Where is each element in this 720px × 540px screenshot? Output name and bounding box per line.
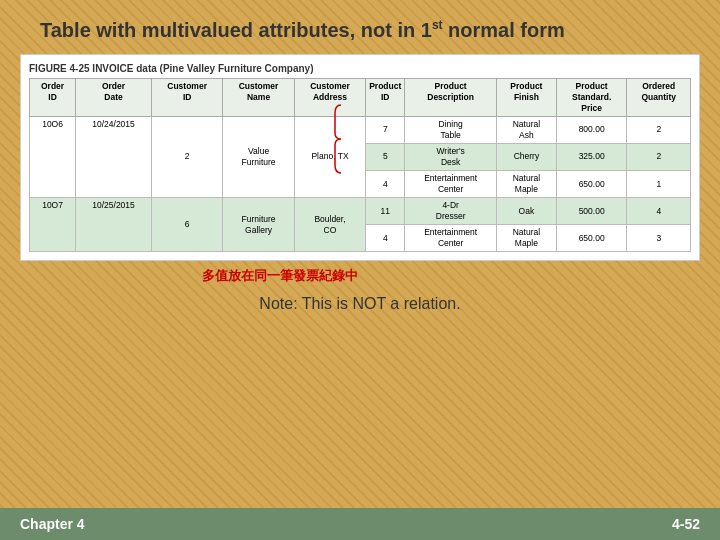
slide-container: Table with multivalued attributes, not i…	[0, 0, 720, 540]
footer-bar: Chapter 4 4-52	[0, 508, 720, 540]
title-text: Table with multivalued attributes, not i…	[40, 19, 432, 41]
cell-qty: 3	[627, 225, 691, 252]
col-customer-name: CustomerName	[223, 78, 294, 116]
table-row: 10O6 10/24/2015 2 ValueFurniture Plano, …	[30, 116, 691, 143]
cell-product-desc: Writer'sDesk	[405, 143, 497, 170]
cell-std-price: 650.00	[556, 170, 627, 197]
figure-label: FIGURE 4-25 INVOICE data (Pine Valley Fu…	[29, 63, 691, 74]
title-area: Table with multivalued attributes, not i…	[0, 0, 720, 52]
slide-title: Table with multivalued attributes, not i…	[40, 19, 565, 41]
cell-product-id: 4	[366, 170, 405, 197]
cell-qty: 4	[627, 198, 691, 225]
cell-qty: 2	[627, 116, 691, 143]
brace-svg	[333, 103, 351, 175]
cell-qty: 2	[627, 143, 691, 170]
cell-product-desc: EntertainmentCenter	[405, 225, 497, 252]
cell-order-id: 10O6	[30, 116, 76, 197]
annotation-text: 多值放在同一筆發票紀錄中	[202, 267, 358, 285]
footer-chapter: Chapter 4	[20, 516, 85, 532]
col-product-desc: ProductDescription	[405, 78, 497, 116]
cell-order-id: 10O7	[30, 198, 76, 252]
cell-std-price: 500.00	[556, 198, 627, 225]
title-suffix: normal form	[443, 19, 565, 41]
note-text: Note: This is NOT a relation.	[259, 295, 460, 313]
cell-product-desc: DiningTable	[405, 116, 497, 143]
cell-product-finish: NaturalMaple	[496, 225, 556, 252]
col-product-finish: ProductFinish	[496, 78, 556, 116]
table-row: 10O7 10/25/2015 6 FurnitureGallery Bould…	[30, 198, 691, 225]
cell-customer-addr: Plano, TX	[294, 116, 365, 197]
cell-product-finish: Cherry	[496, 143, 556, 170]
col-customer-id: CustomerID	[151, 78, 222, 116]
cell-product-finish: NaturalMaple	[496, 170, 556, 197]
cell-order-date: 10/25/2015	[76, 198, 152, 252]
cell-std-price: 650.00	[556, 225, 627, 252]
invoice-table-wrapper: FIGURE 4-25 INVOICE data (Pine Valley Fu…	[20, 54, 700, 262]
invoice-table: OrderID OrderDate CustomerID CustomerNam…	[29, 78, 691, 253]
cell-customer-addr: Boulder,CO	[294, 198, 365, 252]
cell-qty: 1	[627, 170, 691, 197]
col-order-date: OrderDate	[76, 78, 152, 116]
cell-order-date: 10/24/2015	[76, 116, 152, 197]
cell-customer-id: 6	[151, 198, 222, 252]
cell-product-id: 7	[366, 116, 405, 143]
col-std-price: ProductStandard.Price	[556, 78, 627, 116]
title-superscript: st	[432, 18, 443, 32]
cell-std-price: 800.00	[556, 116, 627, 143]
cell-customer-name: ValueFurniture	[223, 116, 294, 197]
cell-product-id: 5	[366, 143, 405, 170]
col-ordered-qty: OrderedQuantity	[627, 78, 691, 116]
cell-std-price: 325.00	[556, 143, 627, 170]
col-product-id: ProductID	[366, 78, 405, 116]
col-customer-address: CustomerAddress	[294, 78, 365, 116]
cell-product-finish: Oak	[496, 198, 556, 225]
cell-product-desc: 4-DrDresser	[405, 198, 497, 225]
cell-product-finish: NaturalAsh	[496, 116, 556, 143]
cell-product-id: 4	[366, 225, 405, 252]
cell-customer-id: 2	[151, 116, 222, 197]
cell-customer-name: FurnitureGallery	[223, 198, 294, 252]
cell-product-id: 11	[366, 198, 405, 225]
footer-page: 4-52	[672, 516, 700, 532]
cell-product-desc: EntertainmentCenter	[405, 170, 497, 197]
col-order-id: OrderID	[30, 78, 76, 116]
table-header-row: OrderID OrderDate CustomerID CustomerNam…	[30, 78, 691, 116]
